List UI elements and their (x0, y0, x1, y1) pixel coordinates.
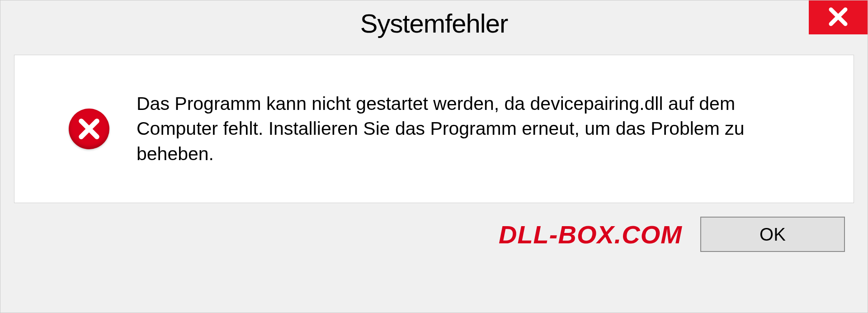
content-panel: Das Programm kann nicht gestartet werden… (14, 55, 854, 203)
close-icon (827, 6, 849, 29)
close-button[interactable] (809, 0, 868, 34)
dialog-footer: DLL-BOX.COM OK (0, 208, 868, 270)
ok-button[interactable]: OK (700, 217, 845, 252)
titlebar: Systemfehler (0, 0, 868, 46)
dialog-title: Systemfehler (360, 8, 508, 38)
error-message: Das Programm kann nicht gestartet werden… (137, 91, 815, 166)
watermark-text: DLL-BOX.COM (499, 220, 682, 249)
error-dialog: Systemfehler Das Programm kann nicht ges… (0, 0, 868, 313)
error-icon (69, 109, 109, 149)
